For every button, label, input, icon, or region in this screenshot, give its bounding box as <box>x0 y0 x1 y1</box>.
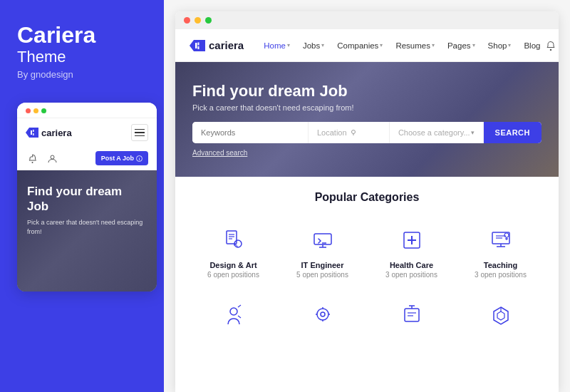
location-icon <box>350 129 357 136</box>
category-card-bottom-1[interactable] <box>192 294 274 337</box>
site-nav: Home ▾ Jobs ▾ Companies ▾ Resumes ▾ Page… <box>258 38 546 53</box>
hero-title: Find your dream Job <box>192 82 542 100</box>
category-placeholder: Choose a category... <box>398 128 470 137</box>
mobile-logo: cariera <box>26 128 72 138</box>
mobile-top-bar <box>17 103 157 118</box>
nav-item-home[interactable]: Home ▾ <box>258 38 296 53</box>
teaching-icon <box>485 224 517 255</box>
svg-rect-9 <box>195 43 197 48</box>
svg-rect-44 <box>405 309 419 321</box>
location-placeholder-text: Location <box>317 128 347 137</box>
category-chevron-icon: ▾ <box>471 129 475 136</box>
category-card-bottom-4[interactable] <box>460 294 542 337</box>
nav-item-blog[interactable]: Blog <box>518 38 546 53</box>
category-card-bottom-2[interactable] <box>281 294 363 337</box>
nav-resumes-label: Resumes <box>395 41 430 50</box>
hero-subtitle: Pick a career that doesn't need escaping… <box>192 103 542 112</box>
category-positions-it: 5 open positions <box>296 271 348 279</box>
category-card-design[interactable]: Design & Art 6 open positions <box>192 215 274 287</box>
chevron-down-icon: ▾ <box>432 42 435 48</box>
mobile-icons <box>26 152 58 165</box>
search-keywords-input[interactable] <box>192 122 309 143</box>
bottom-icon-4 <box>487 300 515 329</box>
mobile-post-job-button[interactable]: Post A Job i <box>95 151 148 165</box>
svg-point-39 <box>321 312 325 316</box>
chevron-down-icon: ▾ <box>321 42 324 48</box>
bottom-icon-3 <box>398 300 426 329</box>
site-navbar: cariera Home ▾ Jobs ▾ Companies ▾ Resume… <box>175 29 559 62</box>
nav-bell-icon[interactable] <box>546 41 556 51</box>
user-svg <box>48 154 57 163</box>
chevron-down-icon: ▾ <box>380 42 383 48</box>
it-engineer-icon <box>307 224 338 255</box>
hamburger-line <box>135 132 145 133</box>
health-care-icon <box>396 224 428 255</box>
mobile-dot-yellow <box>33 108 38 113</box>
svg-rect-2 <box>33 130 34 132</box>
bottom-icon-2 <box>309 300 337 329</box>
categories-section: Popular Categories Design <box>175 177 559 392</box>
mobile-dots <box>26 108 46 113</box>
browser-chrome <box>175 11 559 29</box>
brand-name: Cariera Theme By gnodesign <box>17 23 147 97</box>
site-logo-icon <box>190 40 205 51</box>
mobile-action-bar: Post A Job i <box>17 147 157 170</box>
category-positions-teaching: 3 open positions <box>475 271 527 279</box>
mobile-logo-icon <box>26 128 38 138</box>
svg-marker-8 <box>190 40 205 51</box>
search-location-field[interactable]: Location <box>309 122 390 143</box>
nav-actions: Post A Job i <box>546 36 559 55</box>
category-name-health: Health Care <box>390 261 433 269</box>
categories-title: Popular Categories <box>192 191 542 204</box>
browser-mockup: cariera Home ▾ Jobs ▾ Companies ▾ Resume… <box>175 11 559 392</box>
nav-companies-label: Companies <box>337 41 378 50</box>
mobile-dot-red <box>26 108 31 113</box>
category-name-teaching: Teaching <box>484 261 517 269</box>
site-hero: Find your dream Job Pick a career that d… <box>175 62 559 177</box>
svg-point-38 <box>317 309 328 320</box>
mobile-dot-green <box>41 108 46 113</box>
info-icon: i <box>136 155 142 162</box>
advanced-search-link[interactable]: Advanced search <box>192 149 542 157</box>
mobile-nav: cariera <box>17 118 157 147</box>
brand-subtitle: Theme <box>17 48 147 66</box>
search-button[interactable]: SEARCH <box>484 122 542 143</box>
category-card-health[interactable]: Health Care 3 open positions <box>370 215 452 287</box>
nav-item-companies[interactable]: Companies ▾ <box>331 38 388 53</box>
svg-point-5 <box>51 155 54 159</box>
mobile-hero-subtitle: Pick a career that doesn't need escaping… <box>27 218 147 236</box>
category-card-teaching[interactable]: Teaching 3 open positions <box>460 215 542 287</box>
nav-item-shop[interactable]: Shop ▾ <box>482 38 517 53</box>
mobile-hamburger[interactable] <box>131 124 148 141</box>
nav-item-pages[interactable]: Pages ▾ <box>442 38 481 53</box>
svg-point-34 <box>504 233 509 237</box>
chevron-down-icon: ▾ <box>508 42 511 48</box>
nav-item-resumes[interactable]: Resumes ▾ <box>390 38 440 53</box>
mobile-bell-icon[interactable] <box>26 152 38 165</box>
chevron-down-icon: ▾ <box>472 42 475 48</box>
brand-title: Cariera <box>17 23 147 48</box>
svg-point-12 <box>550 48 551 50</box>
category-card-it[interactable]: IT Engineer 5 open positions <box>281 215 363 287</box>
nav-blog-label: Blog <box>524 41 540 50</box>
search-category-dropdown[interactable]: Choose a category... ▾ <box>390 122 484 143</box>
svg-rect-1 <box>31 130 32 135</box>
mobile-mockup: cariera <box>17 103 157 292</box>
hero-content: Find your dream Job Pick a career that d… <box>192 82 542 157</box>
svg-text:i: i <box>139 157 140 161</box>
bottom-icon-1 <box>219 300 248 329</box>
mobile-hero: Find your dream Job Pick a career that d… <box>17 170 157 292</box>
browser-dot-red <box>184 17 190 24</box>
nav-shop-label: Shop <box>488 41 507 50</box>
svg-point-16 <box>351 130 355 134</box>
nav-item-jobs[interactable]: Jobs ▾ <box>297 38 330 53</box>
category-card-bottom-3[interactable] <box>370 294 452 337</box>
mobile-user-icon[interactable] <box>46 152 58 165</box>
categories-grid-bottom <box>192 294 542 337</box>
svg-rect-10 <box>198 42 200 45</box>
site-logo[interactable]: cariera <box>190 39 244 51</box>
category-positions-design: 6 open positions <box>207 271 259 279</box>
hamburger-line <box>135 135 145 137</box>
right-panel: cariera Home ▾ Jobs ▾ Companies ▾ Resume… <box>164 0 570 392</box>
category-name-it: IT Engineer <box>301 261 344 269</box>
